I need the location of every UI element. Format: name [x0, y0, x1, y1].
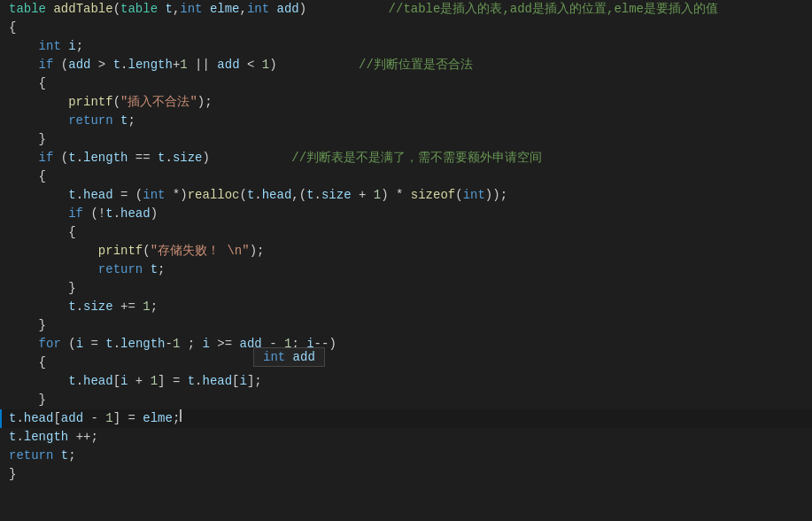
token-plain	[269, 0, 276, 19]
token-var: t	[306, 186, 313, 205]
token-punc: }	[39, 316, 46, 335]
token-punc: );	[197, 93, 213, 112]
code-editor: table addTable(table t,int elme,int add)…	[0, 0, 812, 521]
token-var: elme	[143, 409, 173, 428]
line-15: }	[0, 279, 812, 298]
token-kw: return	[9, 447, 53, 465]
token-var: add	[217, 56, 239, 74]
token-plain: ,(	[291, 186, 306, 205]
token-plain: *)	[165, 186, 187, 205]
token-var: elme	[210, 0, 240, 19]
token-var: i	[76, 335, 83, 354]
token-num: 1	[173, 335, 180, 354]
token-plain: ;	[180, 335, 202, 354]
token-punc: );	[250, 242, 265, 260]
token-punc: (	[143, 242, 150, 260]
token-var: t	[113, 56, 120, 74]
token-punc: }	[9, 465, 16, 484]
token-plain: )	[203, 149, 210, 167]
line-16: t.size += 1;	[0, 298, 812, 316]
line-24: return t;	[0, 447, 812, 465]
line-9: {	[0, 167, 812, 186]
token-punc: ;	[128, 112, 135, 130]
token-kw: if	[68, 205, 83, 223]
token-plain	[210, 149, 291, 167]
token-punc: ;	[68, 447, 75, 465]
token-kw: if	[39, 56, 54, 74]
token-plain: <	[240, 56, 262, 74]
token-num: 1	[151, 372, 158, 391]
token-punc: {	[39, 354, 46, 372]
line-10: t.head = (int *)realloc(t.head,(t.size +…	[0, 186, 812, 205]
token-var: add	[277, 0, 299, 19]
token-plain: .	[195, 372, 202, 391]
token-plain: .	[16, 409, 23, 428]
token-punc: )	[299, 0, 306, 19]
token-plain: .	[76, 186, 83, 205]
token-plain: (	[61, 335, 76, 354]
token-punc: (	[113, 93, 120, 112]
token-kw: int	[463, 186, 485, 205]
line-6: return t;	[0, 112, 812, 130]
token-num: 1	[143, 298, 150, 316]
token-punc: {	[39, 167, 46, 186]
line-23: t.length ++;	[0, 428, 812, 447]
token-var: t	[151, 260, 158, 279]
token-fn: sizeof	[411, 186, 455, 205]
token-plain: ==	[128, 149, 158, 167]
token-plain: -	[83, 409, 105, 428]
token-var: i	[120, 372, 128, 391]
token-fn: addTable	[53, 0, 112, 19]
token-var: size	[321, 186, 352, 205]
token-punc: (	[113, 0, 120, 19]
token-var: head	[262, 186, 292, 205]
token-var: t	[158, 149, 165, 167]
token-plain: [	[53, 409, 60, 428]
token-comment: //table是插入的表,add是插入的位置,elme是要插入的值	[389, 0, 718, 19]
token-kw: for	[39, 335, 61, 354]
line-21: }	[0, 391, 812, 409]
token-punc: ;	[173, 409, 180, 428]
line-7: }	[0, 130, 812, 149]
token-punc: ;	[158, 260, 165, 279]
token-plain	[61, 37, 68, 56]
token-kw: int	[143, 186, 165, 205]
token-str: "存储失败！ \n"	[151, 242, 250, 260]
token-plain: (	[53, 149, 68, 167]
token-var: length	[24, 428, 68, 447]
token-var: add	[61, 409, 83, 428]
token-plain: (	[53, 56, 68, 74]
token-plain: .	[254, 186, 261, 205]
text-cursor	[180, 409, 182, 422]
token-var: i	[203, 335, 210, 354]
token-plain: ));	[485, 186, 507, 205]
token-kw: int	[247, 0, 269, 19]
token-var: t	[188, 372, 195, 391]
token-comment: //判断表是不是满了，需不需要额外申请空间	[291, 149, 542, 167]
token-var: t	[105, 205, 112, 223]
token-var: length	[120, 335, 165, 354]
token-plain: >	[90, 56, 112, 74]
line-0: table addTable(table t,int elme,int add)…	[0, 0, 812, 19]
token-plain: +=	[113, 298, 143, 316]
token-plain: (!	[83, 205, 105, 223]
token-punc: ;	[151, 298, 158, 316]
line-8: if (t.length == t.size) //判断表是不是满了，需不需要额…	[0, 149, 812, 167]
token-var: length	[128, 56, 172, 74]
token-comment: //判断位置是否合法	[359, 56, 473, 74]
token-fn: printf	[68, 93, 112, 112]
line-18: for (i = t.length-1 ; i >= add - 1; i--)	[0, 335, 812, 354]
token-plain: .	[165, 149, 172, 167]
autocomplete-popup: int add	[253, 347, 325, 367]
token-var: t	[68, 298, 75, 316]
token-var: size	[173, 149, 203, 167]
token-var: t	[165, 0, 172, 19]
token-var: length	[83, 149, 128, 167]
line-20: t.head[i + 1] = t.head[i];	[0, 372, 812, 391]
token-plain: -	[166, 335, 173, 354]
token-type: table	[9, 0, 46, 19]
token-plain: .	[314, 186, 321, 205]
token-plain: ];	[247, 372, 262, 391]
token-fn: printf	[98, 242, 143, 260]
token-plain: >=	[210, 335, 240, 354]
